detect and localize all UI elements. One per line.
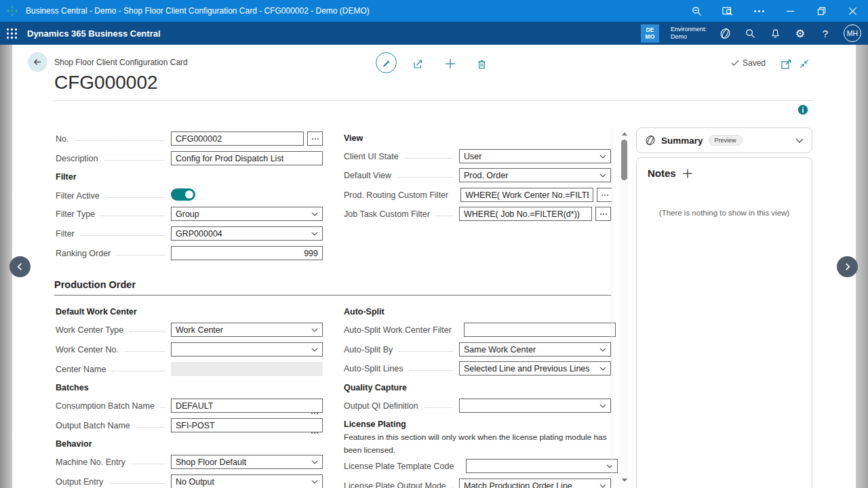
field-auto-split-work-center-filter: Auto-Split Work Center Filter — [344, 323, 611, 337]
scrollbar-thumb[interactable] — [621, 140, 627, 180]
field-work-center-no: Work Center No. — [56, 342, 323, 357]
new-record-button[interactable] — [443, 57, 457, 70]
dotted-leader — [132, 464, 165, 464]
dotted-leader — [101, 216, 165, 216]
field-work-center-type: Work Center Type — [56, 323, 323, 337]
collapse-icon[interactable] — [797, 57, 811, 70]
prod-routing-custom-filter-input[interactable] — [460, 188, 593, 202]
minimize-icon[interactable] — [774, 0, 806, 22]
copilot-icon — [645, 135, 656, 146]
next-record-button[interactable] — [837, 256, 858, 277]
field-filter: Filter — [56, 226, 323, 241]
assist-ellipsis-icon[interactable] — [311, 424, 318, 436]
title-divider — [54, 100, 814, 101]
filter-type-select[interactable] — [171, 207, 323, 221]
client-ui-state-select[interactable] — [459, 149, 611, 163]
add-note-button[interactable] — [683, 169, 692, 178]
default-view-select[interactable] — [459, 168, 611, 182]
notifications-bell-icon[interactable] — [768, 26, 782, 40]
group-heading-batches: Batches — [56, 383, 89, 392]
scrollbar-down-arrow[interactable] — [622, 479, 627, 482]
group-heading-behavior: Behavior — [56, 439, 92, 449]
close-icon[interactable] — [837, 0, 868, 22]
group-heading-auto-split: Auto-Split — [344, 307, 384, 317]
group-heading-view: View — [344, 134, 363, 143]
waffle-menu-icon[interactable] — [0, 22, 23, 45]
tab-search-icon[interactable] — [712, 0, 743, 22]
window-titlebar: Business Central - Demo - Shop Floor Cli… — [0, 0, 868, 22]
dotted-leader — [436, 216, 453, 216]
environment-label: Environment: Demo — [671, 26, 707, 41]
dotted-leader — [81, 235, 165, 236]
app-name[interactable]: Dynamics 365 Business Central — [27, 28, 161, 39]
group-heading-license-plating: License Plating — [344, 420, 406, 429]
help-icon[interactable]: ? — [818, 26, 832, 40]
dotted-leader — [125, 351, 165, 352]
edit-button[interactable] — [376, 52, 397, 73]
prod-routing-assist-edit-button[interactable] — [597, 188, 612, 202]
check-icon — [731, 60, 739, 66]
open-in-new-window-icon[interactable] — [779, 57, 793, 70]
no-assist-edit-button[interactable] — [307, 131, 323, 146]
auto-split-work-center-filter-input[interactable] — [464, 323, 616, 337]
back-button[interactable] — [28, 52, 47, 72]
search-icon[interactable] — [743, 26, 757, 40]
vertical-scrollbar[interactable] — [620, 127, 629, 487]
field-license-plate-template-code: License Plate Template Code — [344, 459, 611, 473]
ranking-order-input[interactable] — [171, 246, 323, 260]
consumption-batch-name-input[interactable] — [171, 399, 323, 413]
no-input[interactable] — [171, 131, 304, 146]
copilot-icon[interactable] — [718, 26, 732, 40]
license-plate-output-mode-select[interactable] — [459, 479, 611, 488]
field-center-name: Center Name — [56, 362, 323, 376]
license-plate-template-code-select[interactable] — [466, 459, 618, 473]
chevron-down-icon[interactable] — [795, 138, 804, 143]
settings-gear-icon[interactable]: ⚙ — [793, 26, 807, 40]
environment-badge[interactable]: DE MO — [641, 24, 659, 43]
machine-no-entry-select[interactable] — [171, 455, 323, 469]
field-job-task-custom-filter: Job Task Custom Filter — [344, 207, 611, 221]
output-batch-name-input[interactable] — [171, 418, 323, 432]
section-heading-production-order[interactable]: Production Order — [54, 279, 611, 296]
filter-select[interactable] — [171, 226, 323, 241]
dotted-leader — [109, 483, 165, 484]
field-no: No. — [56, 131, 323, 146]
scrollbar-up-arrow[interactable] — [622, 132, 627, 136]
share-button[interactable] — [411, 57, 425, 70]
app-header: Dynamics 365 Business Central DE MO Envi… — [0, 22, 868, 45]
job-task-assist-edit-button[interactable] — [595, 207, 611, 221]
field-machine-no-entry: Machine No. Entry — [56, 455, 323, 469]
summary-title: Summary — [661, 136, 703, 146]
info-icon[interactable] — [797, 104, 808, 115]
preview-badge: Preview — [709, 135, 743, 146]
auto-split-lines-select[interactable] — [459, 361, 611, 375]
dotted-leader — [399, 351, 453, 352]
group-heading-filter: Filter — [56, 172, 77, 182]
dotted-leader — [112, 371, 165, 371]
notes-title: Notes — [648, 167, 676, 179]
output-entry-select[interactable] — [171, 474, 323, 488]
field-auto-split-by: Auto-Split By — [344, 342, 611, 357]
dotted-leader — [106, 197, 165, 198]
center-name-input — [171, 362, 323, 376]
dotted-leader — [104, 160, 165, 161]
zoom-out-icon[interactable] — [681, 0, 712, 22]
user-avatar[interactable]: MH — [844, 24, 861, 42]
filter-active-toggle[interactable] — [171, 188, 195, 201]
delete-button[interactable] — [475, 57, 488, 70]
description-input[interactable] — [171, 151, 323, 165]
previous-record-button[interactable] — [9, 256, 31, 277]
group-heading-quality-capture: Quality Capture — [344, 383, 407, 392]
work-center-type-select[interactable] — [171, 323, 323, 337]
output-qi-definition-select[interactable] — [459, 399, 611, 413]
auto-split-by-select[interactable] — [459, 342, 611, 357]
restore-window-icon[interactable] — [806, 0, 837, 22]
job-task-custom-filter-input[interactable] — [459, 207, 592, 221]
assist-ellipsis-icon[interactable] — [311, 405, 318, 417]
work-center-no-select[interactable] — [171, 342, 323, 357]
summary-card[interactable]: Summary Preview — [636, 127, 812, 153]
field-filter-type: Filter Type — [56, 207, 323, 221]
more-options-icon[interactable] — [743, 0, 774, 22]
field-ranking-order: Ranking Order — [56, 246, 323, 260]
dotted-leader — [410, 370, 453, 371]
